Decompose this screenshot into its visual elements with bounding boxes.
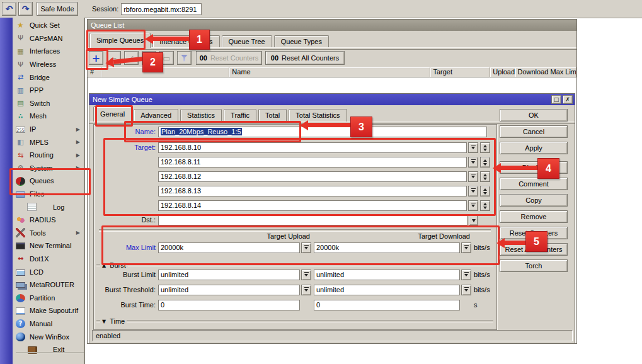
close-icon[interactable]: ✗ — [563, 95, 573, 104]
dialog-tab[interactable]: Total — [258, 109, 287, 122]
sidebar-item[interactable]: Files ▶ — [13, 188, 84, 201]
safe-mode-button[interactable]: Safe Mode — [37, 2, 78, 16]
sidebar-item[interactable]: Make Supout.rif ▶ — [13, 304, 84, 317]
dialog-button[interactable]: Comment — [500, 178, 568, 190]
reset-counters-button[interactable]: 00 Reset Counters — [196, 51, 262, 65]
dialog-button[interactable]: Torch — [500, 259, 568, 272]
dialog-button[interactable]: Copy — [500, 194, 568, 207]
dialog-button[interactable]: OK — [500, 109, 568, 122]
target-row: 192.168.8.11 — [94, 157, 496, 171]
burst-download-input[interactable]: unlimited — [314, 285, 460, 295]
sidebar-item[interactable]: New WinBox ▶ — [13, 330, 84, 343]
reset-all-counters-button[interactable]: 00 Reset All Counters — [265, 51, 345, 65]
burst-download-dropdown-icon[interactable] — [461, 285, 471, 295]
sidebar-item[interactable]: ⇄ Bridge ▶ — [13, 71, 84, 84]
sidebar-item[interactable]: Exit ▶ — [13, 343, 84, 356]
sidebar-item[interactable]: ∴ Mesh ▶ — [13, 110, 84, 123]
target-updown-icon[interactable] — [480, 157, 490, 168]
target-input[interactable]: 192.168.8.14 — [158, 200, 467, 211]
sidebar-item[interactable]: Ψ Wireless ▶ — [13, 58, 84, 71]
target-dropdown-icon[interactable] — [468, 157, 478, 168]
sidebar-item[interactable]: Ψ CAPsMAN ▶ — [13, 32, 84, 45]
sidebar-item[interactable]: Queues ▶ — [13, 174, 84, 188]
target-input[interactable]: 192.168.8.12 — [158, 171, 467, 182]
target-dropdown-icon[interactable] — [468, 200, 478, 211]
sidebar-item[interactable]: ? Manual ▶ — [13, 317, 84, 331]
column-header[interactable]: Upload Max Limit — [490, 67, 515, 77]
partition-icon — [16, 294, 25, 302]
sidebar-item[interactable]: ⇆ Routing ▶ — [13, 149, 84, 162]
restore-window-icon[interactable]: □ — [551, 95, 561, 104]
sidebar-item[interactable]: MetaROUTER ▶ — [13, 278, 84, 292]
sidebar-item[interactable]: ◧ MPLS ▶ — [13, 135, 84, 149]
burst-section-header[interactable]: ▲ Burst — [96, 261, 493, 269]
sidebar-item[interactable]: ▥ PPP ▶ — [13, 84, 84, 97]
sidebar-item[interactable]: New Terminal ▶ — [13, 239, 84, 253]
sidebar-item[interactable]: ⚙ System ▶ — [13, 162, 84, 175]
burst-download-input[interactable]: 0 — [314, 300, 460, 310]
target-download-header: Target Download — [314, 232, 470, 240]
target-updown-icon[interactable] — [480, 171, 490, 182]
target-input[interactable]: 192.168.8.10 — [158, 142, 467, 153]
target-updown-icon[interactable] — [480, 142, 490, 153]
target-input[interactable]: 192.168.8.11 — [158, 157, 467, 168]
dialog-tab[interactable]: General — [93, 106, 132, 122]
dialog-button[interactable]: Remove — [500, 210, 568, 223]
sidebar-item[interactable]: RADIUS ▶ — [13, 213, 84, 227]
target-dropdown-icon[interactable] — [468, 186, 478, 196]
session-input[interactable]: rbforo.megabit.mx:8291 — [121, 3, 202, 15]
annotation-step-4: 4 — [537, 158, 559, 179]
dialog-tab[interactable]: Advanced — [134, 109, 178, 122]
dialog-button[interactable]: Cancel — [500, 125, 568, 138]
max-limit-download-dropdown-icon[interactable] — [461, 242, 471, 253]
burst-upload-dropdown-icon[interactable] — [301, 285, 311, 295]
max-limit-download-input[interactable]: 20000k — [314, 242, 460, 253]
dialog-titlebar[interactable]: New Simple Queue □ ✗ — [89, 94, 575, 105]
add-icon[interactable]: + — [89, 51, 103, 65]
burst-download-dropdown-icon[interactable] — [461, 270, 471, 280]
target-dropdown-icon[interactable] — [468, 142, 478, 153]
undo-button[interactable]: ↶ — [2, 2, 16, 16]
sidebar-item[interactable]: Log ▶ — [13, 200, 84, 213]
target-updown-icon[interactable] — [480, 186, 490, 196]
sidebar-item[interactable]: Partition ▶ — [13, 291, 84, 304]
annotation-step-1: 1 — [189, 30, 210, 50]
filter-icon[interactable] — [177, 51, 192, 65]
max-limit-upload-input[interactable]: 20000k — [158, 242, 300, 253]
max-limit-upload-dropdown-icon[interactable] — [301, 242, 311, 253]
burst-upload-input[interactable]: 0 — [158, 300, 300, 310]
burst-download-input[interactable]: unlimited — [314, 270, 460, 280]
dialog-tab[interactable]: Traffic — [224, 109, 256, 122]
sidebar-item[interactable]: Tools ▶ — [13, 227, 84, 240]
dst-input[interactable] — [158, 215, 467, 225]
sidebar-item[interactable]: LCD ▶ — [13, 265, 84, 278]
sidebar-item[interactable]: ▤ Switch ▶ — [13, 97, 84, 110]
sidebar-item[interactable]: ↔ Dot1X ▶ — [13, 253, 84, 266]
column-header[interactable]: Target — [430, 67, 490, 77]
burst-upload-input[interactable]: unlimited — [158, 270, 300, 280]
sidebar-item[interactable]: ▦ Interfaces ▶ — [13, 45, 84, 58]
column-header[interactable]: Download Max Limit — [515, 67, 577, 77]
column-header[interactable]: # — [88, 67, 101, 77]
redo-button[interactable]: ↷ — [18, 2, 33, 16]
burst-upload-dropdown-icon[interactable] — [301, 270, 311, 280]
target-dropdown-icon[interactable] — [468, 171, 478, 182]
burst-upload-input[interactable]: unlimited — [158, 285, 300, 295]
dst-label: Dst.: — [94, 216, 156, 224]
target-updown-icon[interactable] — [480, 200, 490, 211]
dialog-tab[interactable]: Statistics — [180, 109, 222, 122]
dst-combo-arrow-icon[interactable] — [469, 215, 478, 225]
column-header[interactable]: Name — [229, 67, 430, 77]
queue-list-tab[interactable]: Simple Queues — [89, 33, 151, 48]
queue-list-tab[interactable]: Queue Tree — [222, 35, 272, 48]
target-input[interactable]: 192.168.8.13 — [158, 186, 467, 196]
sidebar-item[interactable]: 255 IP ▶ — [13, 123, 84, 136]
dialog-tab[interactable]: Total Statistics — [289, 109, 347, 122]
sidebar-item[interactable]: ★ Quick Set ▶ — [13, 19, 84, 32]
column-header[interactable] — [101, 67, 230, 77]
queue-list-tab[interactable]: Queue Types — [274, 35, 329, 48]
time-section-header[interactable]: ▼ Time — [96, 317, 493, 325]
name-input[interactable]: Plan_20Mbps_Reuso_1:5 — [158, 127, 487, 137]
dialog-button[interactable]: Apply — [500, 142, 568, 154]
queue-list-titlebar[interactable]: Queue List — [88, 20, 576, 31]
